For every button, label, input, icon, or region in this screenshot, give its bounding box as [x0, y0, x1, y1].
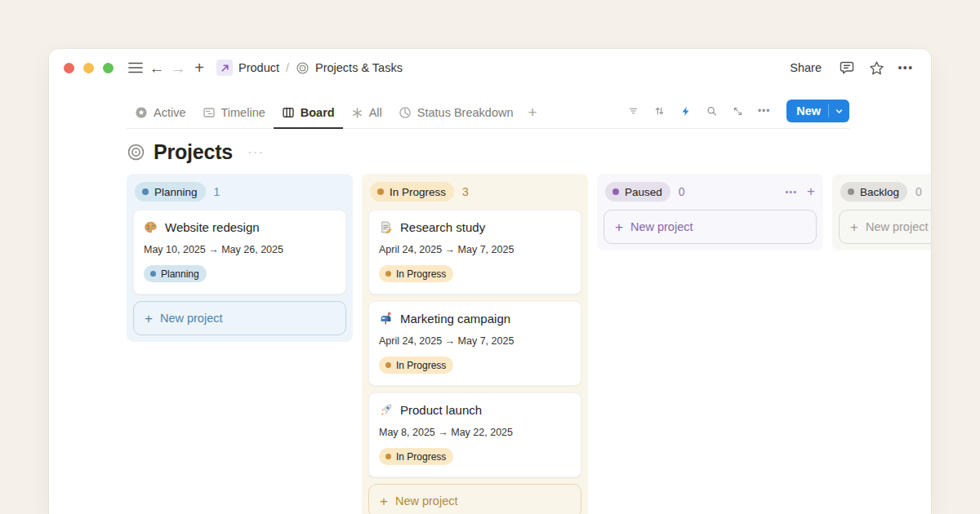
view-toolbar: ••• New [623, 100, 849, 128]
sort-button[interactable] [649, 101, 670, 122]
card-tag-row: In Progress [379, 357, 571, 374]
breadcrumb-separator: / [286, 61, 289, 74]
target-icon [296, 61, 310, 75]
breadcrumb-label: Projects & Tasks [315, 61, 403, 74]
status-label: In Progress [396, 268, 446, 280]
card-title-row: Marketing campaign [379, 312, 571, 326]
breadcrumb-item-page[interactable]: Projects & Tasks [296, 61, 403, 75]
view-tabs-row: Active Timeline Board All Status Breakdo… [127, 100, 849, 129]
new-button-label: New [786, 104, 828, 117]
column-backlog: Backlog 0 + New project [832, 174, 931, 250]
minimize-window-button[interactable] [83, 63, 94, 73]
column-add-button[interactable]: + [807, 184, 815, 200]
favorite-button[interactable] [866, 57, 887, 78]
card-tag-row: In Progress [379, 448, 571, 465]
hamburger-icon [128, 62, 143, 73]
column-count: 0 [915, 185, 922, 198]
automations-button[interactable] [675, 101, 696, 122]
status-label: Planning [161, 268, 199, 280]
tab-board[interactable]: Board [274, 101, 343, 129]
card-tag-row: In Progress [379, 265, 571, 282]
new-button[interactable]: New [786, 100, 849, 122]
zoom-window-button[interactable] [103, 63, 114, 73]
tab-label: Status Breakdown [417, 106, 514, 119]
share-button[interactable]: Share [783, 58, 828, 78]
mailbox-icon [379, 312, 393, 326]
tab-status-breakdown[interactable]: Status Breakdown [390, 101, 522, 129]
new-page-button[interactable]: + [189, 57, 210, 78]
status-badge: Planning [144, 265, 207, 282]
chevron-down-icon[interactable] [829, 107, 849, 116]
card-title: Research study [400, 220, 485, 234]
tab-label: All [369, 106, 382, 119]
status-badge[interactable]: In Progress [370, 182, 454, 202]
card-dates: April 24, 2025 → May 7, 2025 [379, 244, 571, 255]
back-button[interactable]: ← [146, 57, 167, 78]
page-title: Projects [154, 140, 233, 164]
kanban-board: Planning 1 Website redesign May 10, 2025… [127, 174, 931, 514]
status-dot-icon [377, 188, 384, 195]
status-dot-icon [385, 271, 391, 277]
status-dot-icon [848, 188, 854, 195]
status-badge[interactable]: Paused [605, 182, 670, 202]
status-dot-icon [385, 454, 391, 459]
title-more-button[interactable]: ··· [247, 144, 264, 161]
column-header: In Progress 3 [368, 180, 581, 203]
project-card[interactable]: Research study April 24, 2025 → May 7, 2… [368, 210, 581, 295]
tab-label: Board [301, 106, 335, 119]
close-window-button[interactable] [64, 63, 74, 73]
sort-icon [654, 104, 665, 117]
back-arrow: ← [149, 60, 165, 76]
breadcrumb-item-product[interactable]: Product [216, 60, 279, 76]
sidebar-toggle-button[interactable] [125, 57, 146, 78]
search-button[interactable] [702, 101, 722, 122]
comments-button[interactable] [836, 57, 858, 78]
plus-icon: + [850, 220, 858, 234]
add-view-button[interactable]: + [521, 104, 543, 128]
status-badge[interactable]: Planning [135, 182, 206, 202]
more-options-button[interactable]: ••• [895, 57, 916, 78]
project-card[interactable]: Website redesign May 10, 2025 → May 26, … [133, 210, 346, 295]
new-project-button[interactable]: + New project [368, 484, 581, 514]
view-more-button[interactable]: ••• [754, 101, 774, 122]
column-in-progress: In Progress 3 Research study April 24, 2… [362, 174, 588, 514]
status-label: Planning [154, 186, 198, 198]
card-dates: April 24, 2025 → May 7, 2025 [379, 335, 571, 347]
column-more-button[interactable]: ••• [786, 187, 798, 197]
project-card[interactable]: Product launch May 8, 2025 → May 22, 202… [368, 392, 581, 477]
tab-timeline[interactable]: Timeline [194, 101, 274, 129]
card-title: Website redesign [165, 220, 260, 234]
column-count: 1 [214, 185, 220, 198]
more-icon: ••• [758, 105, 771, 117]
new-project-label: New project [160, 312, 223, 325]
new-project-button[interactable]: + New project [133, 301, 346, 335]
column-planning: Planning 1 Website redesign May 10, 2025… [127, 174, 353, 342]
rocket-icon [379, 403, 393, 417]
new-project-button[interactable]: + New project [604, 210, 817, 244]
expand-icon [733, 105, 743, 117]
new-project-label: New project [866, 220, 929, 233]
palette-icon [144, 220, 158, 234]
status-label: In Progress [390, 186, 446, 198]
column-header: Paused 0 ••• + [604, 180, 817, 203]
filter-button[interactable] [623, 101, 644, 122]
tab-all[interactable]: All [343, 101, 390, 129]
new-project-button[interactable]: + New project [839, 210, 931, 244]
card-title: Marketing campaign [400, 312, 510, 326]
forward-button[interactable]: → [167, 57, 189, 78]
memo-icon [379, 220, 393, 234]
status-badge[interactable]: Backlog [840, 182, 907, 202]
expand-button[interactable] [728, 101, 748, 122]
clock-pie-icon [399, 106, 412, 119]
tab-active[interactable]: Active [127, 101, 194, 129]
plus-icon: + [528, 104, 537, 121]
timeline-icon [203, 106, 216, 119]
view-tabs: Active Timeline Board All Status Breakdo… [127, 101, 544, 128]
new-project-label: New project [630, 220, 693, 233]
project-card[interactable]: Marketing campaign April 24, 2025 → May … [368, 301, 581, 386]
card-dates: May 10, 2025 → May 26, 2025 [144, 244, 336, 255]
lightning-icon [680, 105, 691, 117]
tab-label: Timeline [221, 106, 265, 119]
card-dates: May 8, 2025 → May 22, 2025 [379, 427, 571, 438]
status-dot-icon [612, 188, 619, 195]
